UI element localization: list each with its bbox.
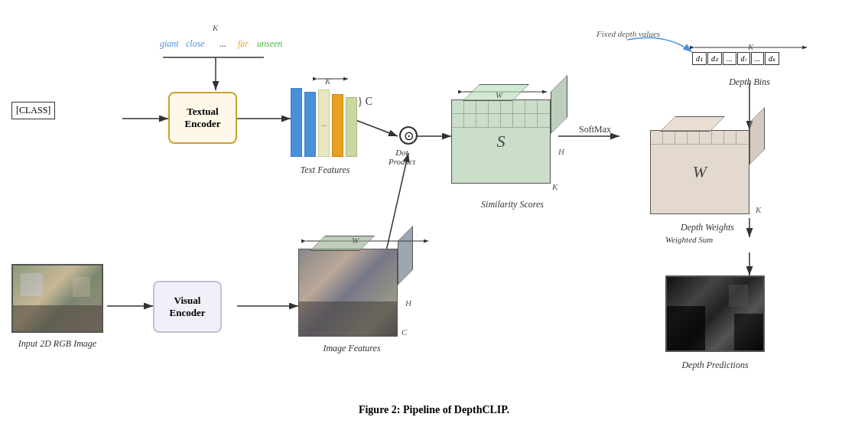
image-features-right	[398, 226, 413, 285]
depth-weights-label: Depth Weights	[654, 222, 761, 233]
s-label: S	[497, 132, 506, 151]
text-features-container: ... } C	[291, 80, 357, 157]
similarity-front: S	[451, 99, 551, 184]
bin-dots2: ...	[751, 52, 765, 65]
h-dim-similarity: H	[558, 147, 564, 156]
weighted-sum-label: Weighted Sum	[665, 235, 713, 244]
c-dim-image: C	[401, 327, 407, 337]
visual-encoder-box: VisualEncoder	[153, 281, 222, 333]
input-image-label: Input 2D RGB Image	[8, 338, 107, 350]
c-brace-text: } C	[357, 96, 372, 108]
bin-d1: d₁	[692, 52, 707, 65]
input-image	[11, 264, 103, 333]
depth-weights-front: W	[650, 130, 749, 214]
dot-product-symbol: ⊙	[399, 126, 418, 145]
w-dim-similarity: W	[496, 90, 502, 99]
similarity-scores-label: Similarity Scores	[459, 199, 566, 210]
text-feat-bar-dots: ...	[318, 90, 330, 157]
h-dim-image: H	[405, 298, 411, 308]
visual-encoder-label: VisualEncoder	[170, 295, 206, 319]
text-features-label: Text Features	[287, 165, 363, 176]
image-features-label: Image Features	[298, 343, 405, 354]
word-unseen: unseen	[257, 38, 282, 50]
image-features-front	[298, 249, 398, 337]
text-feat-bar-3	[332, 94, 343, 157]
bin-dk: dₖ	[765, 52, 779, 65]
textual-encoder-box: TextualEncoder	[168, 92, 237, 144]
k-dim-bins: K	[748, 42, 753, 51]
word-ellipsis: ...	[219, 38, 226, 50]
dot-product-label: DotProduct	[388, 148, 415, 166]
depth-predictions-label: Depth Predictions	[650, 360, 780, 371]
word-far: far	[238, 38, 249, 50]
depth-weights-right	[749, 107, 765, 165]
word-class: [CLASS]	[11, 102, 55, 119]
bin-dots: ...	[723, 52, 736, 65]
bin-di: dᵢ	[737, 52, 750, 65]
depth-bins-container: d₁ d₂ ... dᵢ ... dₖ	[692, 52, 779, 65]
bin-d2: d₂	[707, 52, 722, 65]
k-dim-top-words: K	[213, 23, 218, 32]
depth-predictions-image	[665, 275, 765, 352]
depth-weights-top	[660, 116, 725, 132]
svg-line-7	[352, 119, 398, 136]
k-dim-weights: K	[756, 205, 761, 214]
k-dim-similarity: K	[552, 182, 558, 191]
w-label: W	[693, 162, 707, 182]
w-dim-image: W	[352, 236, 359, 245]
svg-text:SoftMax: SoftMax	[579, 124, 611, 135]
text-feat-bar-1	[291, 88, 302, 157]
k-dim-text-features: K	[325, 77, 330, 86]
textual-encoder-label: TextualEncoder	[185, 106, 221, 130]
depth-bins-label: Depth Bins	[711, 77, 788, 88]
word-giant: giant	[160, 38, 179, 50]
text-feat-bar-4	[346, 97, 357, 157]
figure-caption: Figure 2: Pipeline of DepthCLIP.	[359, 404, 509, 416]
text-feat-bar-2	[304, 92, 316, 157]
fixed-depth-label: Fixed depth values	[597, 29, 660, 38]
word-close: close	[186, 38, 205, 50]
similarity-right	[551, 75, 567, 134]
diagram-container: SoftMax giant close ... far unseen K	[0, 0, 868, 430]
